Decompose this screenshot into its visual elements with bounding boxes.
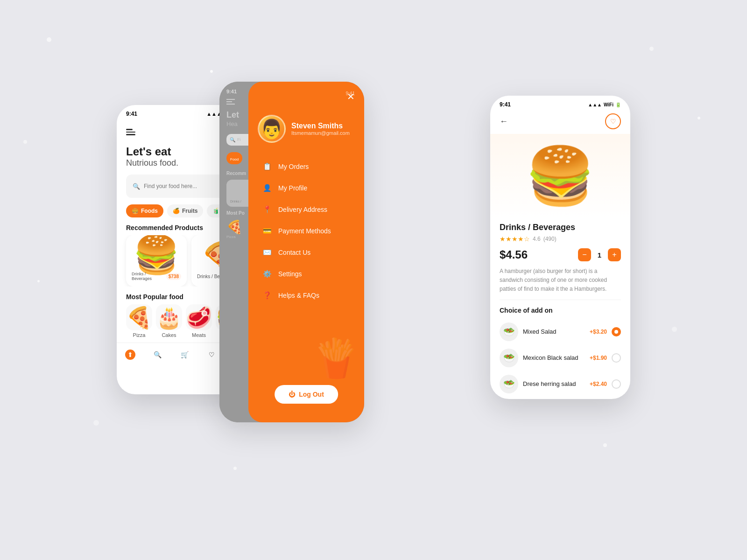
- orders-icon: 📋: [262, 162, 272, 171]
- search-icon: 🔍: [133, 183, 140, 190]
- popular-cakes[interactable]: 🎂 Cakes: [156, 304, 182, 338]
- faqs-icon: ❓: [262, 291, 272, 300]
- nav-search[interactable]: 🔍: [148, 348, 166, 362]
- menu-avatar: 👨: [258, 115, 286, 143]
- recommended-title: Recommended Products: [126, 224, 203, 231]
- addon-3[interactable]: 🥗 Drese herring salad +$2.40: [500, 371, 621, 397]
- addon-2-image: 🥗: [500, 349, 518, 367]
- addon-2-name: Mexicon Black salad: [523, 354, 585, 361]
- addons-title: Choice of add on: [500, 307, 621, 314]
- category-fruits[interactable]: 🍊 Fruits: [167, 204, 203, 217]
- close-menu-button[interactable]: ✕: [347, 91, 355, 102]
- menu-item-faqs[interactable]: ❓ Helps & FAQs: [258, 286, 355, 305]
- decrease-qty-button[interactable]: −: [578, 248, 591, 261]
- phone-middle: 9:41 Let Hea 🔍 Fi Food Recomm 🍔 Drink: [219, 82, 364, 422]
- menu-status: 9:41: [258, 91, 355, 96]
- search-input[interactable]: [144, 183, 222, 189]
- orders-label: My Orders: [278, 163, 309, 170]
- addon-1-name: Mixed Salad: [523, 328, 585, 335]
- hamburger-menu-icon[interactable]: [126, 129, 135, 135]
- food-description: A hamburger (also burger for short) is a…: [500, 267, 621, 300]
- fries-decoration: 🍟: [313, 336, 359, 380]
- addon-3-icon: 🥗: [503, 378, 515, 390]
- price-tag: $4.56: [500, 248, 528, 261]
- user-name: Steven Smiths: [291, 122, 350, 130]
- time-right: 9:41: [500, 101, 511, 108]
- nav-heart[interactable]: ♡: [203, 348, 220, 362]
- meats-wrap: 🥩: [186, 304, 212, 330]
- nav-cart[interactable]: 🛒: [176, 348, 193, 362]
- rating-value: 4.6: [533, 236, 541, 242]
- favorite-button[interactable]: ♡: [605, 113, 621, 129]
- menu-items-list: 📋 My Orders 👤 My Profile 📍 Delivery Addr…: [258, 157, 355, 305]
- bg-search-icon: 🔍: [230, 137, 235, 142]
- product-name-1: Drinks / Beverages: [132, 272, 166, 281]
- meat-popular-icon: 🥩: [186, 305, 212, 330]
- heart-icon: ♡: [610, 118, 616, 125]
- stars: ★★★★☆: [500, 235, 530, 243]
- payment-icon: 💳: [262, 227, 272, 235]
- popular-pizza[interactable]: 🍕 Pizza: [126, 304, 152, 338]
- price-qty-row: $4.56 − 1 +: [500, 248, 621, 261]
- delivery-icon: 📍: [262, 205, 272, 214]
- fruits-icon: 🍊: [173, 208, 180, 214]
- addon-2-price: +$1.90: [590, 355, 607, 361]
- addon-3-image: 🥗: [500, 375, 518, 393]
- status-bar-right: 9:41 ▲▲▲ WiFi 🔋: [490, 96, 630, 111]
- payment-label: Payment Methods: [278, 227, 331, 235]
- menu-item-delivery[interactable]: 📍 Delivery Address: [258, 200, 355, 219]
- bg-tab-active: Food: [226, 152, 242, 164]
- quantity-control: − 1 +: [578, 248, 621, 261]
- pizza-popular-icon: 🍕: [126, 305, 152, 330]
- product-card-1[interactable]: 🍔 Drinks / Beverages $738: [126, 235, 187, 287]
- logout-button[interactable]: ⏻ Log Out: [275, 385, 338, 404]
- back-button[interactable]: ←: [500, 117, 508, 126]
- profile-label: My Profile: [278, 184, 307, 192]
- menu-user-info: Steven Smiths Itsmemamun@gmail.com: [291, 122, 350, 136]
- nav-home[interactable]: ⬆: [121, 348, 139, 362]
- home-icon: ⬆: [125, 350, 135, 360]
- contact-label: Contact Us: [278, 249, 310, 256]
- addon-2-radio[interactable]: [612, 353, 621, 363]
- menu-item-orders[interactable]: 📋 My Orders: [258, 157, 355, 176]
- popular-pizza-label: Pizza: [133, 332, 146, 338]
- food-hero-image: 🍔: [490, 134, 630, 218]
- heart-nav-icon: ♡: [206, 350, 217, 360]
- search-nav-icon: 🔍: [152, 350, 162, 360]
- phone-right: 9:41 ▲▲▲ WiFi 🔋 ← ♡ 🍔 Drinks / Beverages…: [490, 96, 630, 399]
- user-email: Itsmemamun@gmail.com: [291, 130, 350, 136]
- addon-3-name: Drese herring salad: [523, 380, 585, 387]
- avatar-emoji: 👨: [260, 118, 283, 140]
- popular-meats[interactable]: 🥩 Meats: [186, 304, 212, 338]
- cart-nav-icon: 🛒: [179, 350, 190, 360]
- product-image-1: 🍔: [138, 241, 175, 269]
- rating-row: ★★★★☆ 4.6 (490): [500, 235, 621, 243]
- category-foods[interactable]: 🍔 Foods: [126, 204, 163, 217]
- popular-title: Most Popular food: [126, 293, 183, 301]
- settings-label: Settings: [278, 270, 302, 278]
- bg-time: 9:41: [226, 89, 237, 94]
- menu-item-profile[interactable]: 👤 My Profile: [258, 178, 355, 198]
- addon-2[interactable]: 🥗 Mexicon Black salad +$1.90: [500, 345, 621, 371]
- rating-count: (490): [543, 236, 557, 242]
- juices-icon: 🧃: [212, 208, 219, 214]
- profile-icon: 👤: [262, 184, 272, 192]
- status-icons-right: ▲▲▲ WiFi 🔋: [588, 102, 621, 107]
- addon-1[interactable]: 🥗 Mixed Salad +$3.20: [500, 319, 621, 345]
- menu-item-settings[interactable]: ⚙️ Settings: [258, 264, 355, 284]
- addon-3-radio[interactable]: [612, 379, 621, 389]
- phones-container: 9:41 ▲▲▲ WiFi 🔋 👨 Let's eat Nutrious foo…: [117, 58, 630, 502]
- time-left: 9:41: [126, 111, 137, 117]
- cakes-wrap: 🎂: [156, 304, 182, 330]
- menu-user-section: 👨 Steven Smiths Itsmemamun@gmail.com: [258, 115, 355, 143]
- menu-item-contact[interactable]: ✉️ Contact Us: [258, 243, 355, 262]
- delivery-label: Delivery Address: [278, 206, 327, 213]
- addon-1-radio[interactable]: [612, 327, 621, 336]
- contact-icon: ✉️: [262, 248, 272, 257]
- popular-cakes-label: Cakes: [162, 332, 176, 338]
- menu-overlay: 9:41 ✕ 👨 Steven Smiths Itsmemamun@gmail.…: [248, 82, 364, 422]
- addon-1-icon: 🥗: [503, 326, 515, 337]
- menu-item-payment[interactable]: 💳 Payment Methods: [258, 221, 355, 241]
- foods-icon: 🍔: [132, 208, 139, 214]
- increase-qty-button[interactable]: +: [608, 248, 621, 261]
